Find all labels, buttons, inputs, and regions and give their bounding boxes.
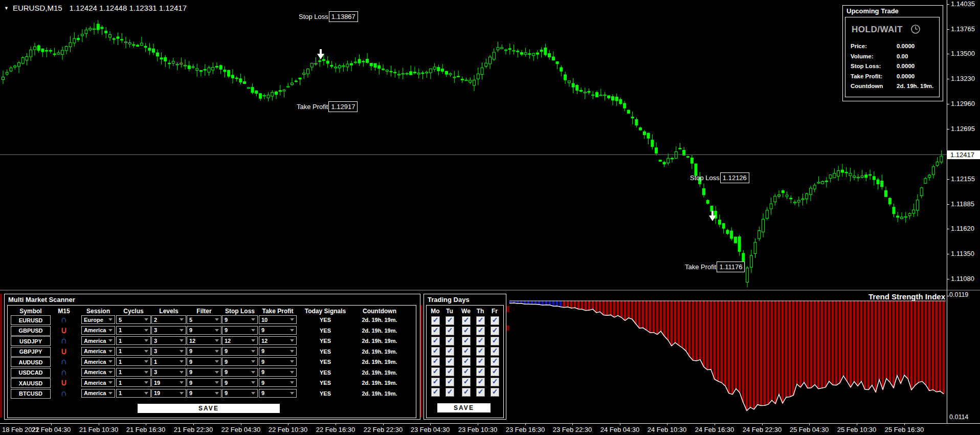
trading-day-checkbox[interactable]: ✓ xyxy=(476,367,485,376)
stop-loss-select[interactable]: 9 xyxy=(222,389,258,398)
stop-loss-select[interactable]: 12 xyxy=(222,336,258,345)
trading-day-checkbox[interactable]: ✓ xyxy=(431,357,440,366)
trading-day-checkbox[interactable]: ✓ xyxy=(462,367,471,376)
levels-select[interactable]: 3 xyxy=(151,326,186,335)
trading-day-checkbox[interactable]: ✓ xyxy=(431,327,440,335)
cyclus-select[interactable]: 1 xyxy=(116,389,151,398)
trading-day-checkbox[interactable]: ✓ xyxy=(476,388,485,397)
trading-day-checkbox[interactable]: ✓ xyxy=(491,316,499,325)
trading-day-checkbox[interactable]: ✓ xyxy=(462,327,471,335)
filter-select[interactable]: 12 xyxy=(187,336,221,345)
stop-loss-select[interactable]: 9 xyxy=(222,368,258,377)
trading-day-checkbox[interactable]: ✓ xyxy=(446,347,454,356)
trading-day-checkbox[interactable]: ✓ xyxy=(476,327,485,335)
session-select[interactable]: America xyxy=(81,389,115,398)
cyclus-select[interactable]: 1 xyxy=(116,378,151,387)
trading-day-checkbox[interactable]: ✓ xyxy=(446,388,454,397)
stop-loss-select[interactable]: 9 xyxy=(222,347,258,356)
trade-level-price-box: 1.12126 xyxy=(720,172,749,183)
dropdown-arrow-icon xyxy=(290,392,294,395)
take-profit-select[interactable]: 9 xyxy=(259,378,297,387)
take-profit-select[interactable]: 9 xyxy=(259,368,297,377)
trading-day-checkbox[interactable]: ✓ xyxy=(491,327,499,335)
filter-select[interactable]: 5 xyxy=(187,315,221,324)
take-profit-select[interactable]: 9 xyxy=(259,389,297,398)
take-profit-select[interactable]: 9 xyxy=(259,326,297,335)
cyclus-select[interactable]: 1 xyxy=(116,368,151,377)
trading-day-checkbox[interactable]: ✓ xyxy=(476,337,485,345)
trading-day-checkbox[interactable]: ✓ xyxy=(491,378,499,386)
filter-select[interactable]: 9 xyxy=(187,368,221,377)
session-select[interactable]: America xyxy=(81,347,115,356)
price-tick xyxy=(947,54,949,54)
stop-loss-select[interactable]: 9 xyxy=(222,378,258,387)
scanner-save-button[interactable]: SAVE xyxy=(138,404,280,413)
red-frame-strip xyxy=(506,325,509,331)
trading-day-checkbox[interactable]: ✓ xyxy=(446,316,454,325)
session-select[interactable]: America xyxy=(81,368,115,377)
session-select[interactable]: America xyxy=(81,326,115,335)
trading-day-checkbox[interactable]: ✓ xyxy=(491,357,499,366)
trading-day-checkbox[interactable]: ✓ xyxy=(446,378,454,386)
trading-day-checkbox[interactable]: ✓ xyxy=(431,388,440,397)
levels-select[interactable]: 3 xyxy=(151,368,186,377)
take-profit-select[interactable]: 9 xyxy=(259,347,297,356)
filter-select[interactable]: 9 xyxy=(187,378,221,387)
stop-loss-select[interactable]: 9 xyxy=(222,315,258,324)
take-profit-select[interactable]: 12 xyxy=(259,336,297,345)
levels-select[interactable]: 3 xyxy=(151,347,186,356)
trading-day-checkbox[interactable]: ✓ xyxy=(462,357,471,366)
trading-day-checkbox[interactable]: ✓ xyxy=(462,316,471,325)
filter-select[interactable]: 9 xyxy=(187,347,221,356)
cyclus-select[interactable]: 1 xyxy=(116,357,151,366)
trading-day-checkbox[interactable]: ✓ xyxy=(462,378,471,386)
stop-loss-select[interactable]: 9 xyxy=(222,326,258,335)
trading-day-checkbox[interactable]: ✓ xyxy=(476,316,485,325)
symbol-dropdown-icon[interactable]: ▼ xyxy=(4,6,9,11)
trading-day-checkbox[interactable]: ✓ xyxy=(462,388,471,397)
trading-day-checkbox[interactable]: ✓ xyxy=(462,337,471,345)
trading-day-checkbox[interactable]: ✓ xyxy=(431,347,440,356)
filter-select[interactable]: 9 xyxy=(187,357,221,366)
trading-days-save-button[interactable]: SAVE xyxy=(437,403,491,412)
trading-day-checkbox[interactable]: ✓ xyxy=(476,378,485,386)
trading-day-checkbox[interactable]: ✓ xyxy=(446,327,454,335)
trading-day-checkbox[interactable]: ✓ xyxy=(431,316,440,325)
levels-select[interactable]: 3 xyxy=(151,336,186,345)
session-select[interactable]: America xyxy=(81,378,115,387)
trading-day-checkbox[interactable]: ✓ xyxy=(431,337,440,345)
cyclus-select[interactable]: 5 xyxy=(116,315,151,324)
trading-day-checkbox[interactable]: ✓ xyxy=(446,367,454,376)
trading-day-checkbox[interactable]: ✓ xyxy=(431,378,440,386)
trading-day-checkbox[interactable]: ✓ xyxy=(446,357,454,366)
take-profit-select[interactable]: 10 xyxy=(259,315,297,324)
trading-day-checkbox[interactable]: ✓ xyxy=(476,357,485,366)
levels-select[interactable]: 2 xyxy=(151,315,186,324)
levels-select[interactable]: 19 xyxy=(151,389,186,398)
levels-select[interactable]: 1 xyxy=(151,357,186,366)
filter-select[interactable]: 9 xyxy=(187,326,221,335)
trading-day-checkbox[interactable]: ✓ xyxy=(491,367,499,376)
cyclus-select[interactable]: 1 xyxy=(116,336,151,345)
stop-loss-select[interactable]: 9 xyxy=(222,357,258,366)
trading-day-checkbox[interactable]: ✓ xyxy=(491,347,499,356)
upcoming-trade-panel: Upcoming Trade HOLD/WAIT Price:0.0000Vol… xyxy=(842,5,943,101)
cyclus-select[interactable]: 1 xyxy=(116,326,151,335)
price-chart-pane[interactable] xyxy=(0,0,947,290)
day-column-header: Mo xyxy=(428,308,442,315)
trading-day-checkbox[interactable]: ✓ xyxy=(491,388,499,397)
levels-select[interactable]: 19 xyxy=(151,378,186,387)
trading-day-checkbox[interactable]: ✓ xyxy=(491,337,499,345)
price-tick-label: 1.13765 xyxy=(951,25,975,33)
trading-day-checkbox[interactable]: ✓ xyxy=(462,347,471,356)
filter-select[interactable]: 9 xyxy=(187,389,221,398)
trading-day-checkbox[interactable]: ✓ xyxy=(431,367,440,376)
trading-day-checkbox[interactable]: ✓ xyxy=(476,347,485,356)
trade-level-label: Stop Loss1.12126 xyxy=(690,172,749,183)
session-select[interactable]: America xyxy=(81,336,115,345)
take-profit-select[interactable]: 9 xyxy=(259,357,297,366)
trading-day-checkbox[interactable]: ✓ xyxy=(446,337,454,345)
session-select[interactable]: America xyxy=(81,357,115,366)
session-select[interactable]: Europe xyxy=(81,315,115,324)
cyclus-select[interactable]: 1 xyxy=(116,347,151,356)
